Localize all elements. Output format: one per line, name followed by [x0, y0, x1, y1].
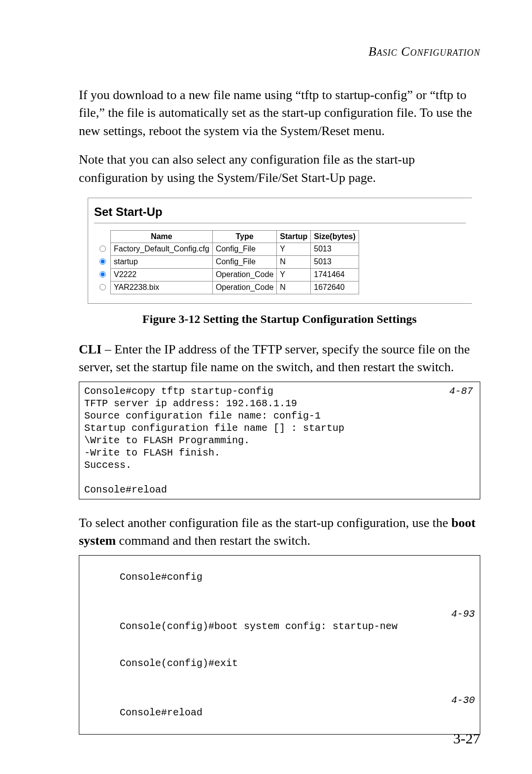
cell-name: V2222: [111, 268, 213, 281]
cell-startup: N: [277, 281, 311, 294]
row-radio[interactable]: [100, 284, 106, 290]
file-table: Name Type Startup Size(bytes) Factory_De…: [94, 230, 359, 294]
console-line: Console#config: [84, 559, 475, 596]
cell-size: 1672640: [311, 281, 359, 294]
cell-type: Config_File: [212, 243, 276, 255]
console-listing-2: Console#config 4-93 Console(config)#boot…: [79, 555, 480, 735]
console-line: 4-93 Console(config)#boot system config:…: [84, 596, 475, 645]
console-line: TFTP server ip address: 192.168.1.19: [84, 397, 475, 410]
row-radio[interactable]: [100, 271, 106, 278]
cell-name: YAR2238.bix: [111, 281, 213, 294]
divider: [94, 223, 466, 223]
col-type: Type: [212, 230, 276, 243]
section-heading: Basic Configuration: [79, 44, 480, 59]
figure-caption: Figure 3-12 Setting the Startup Configur…: [79, 313, 480, 326]
cell-startup: Y: [277, 243, 311, 255]
console-line: Success.: [84, 459, 475, 471]
cell-name: Factory_Default_Config.cfg: [111, 243, 213, 255]
cell-type: Operation_Code: [212, 281, 276, 294]
cell-startup: Y: [277, 268, 311, 281]
console-line: Console#reload: [84, 484, 475, 496]
cli-text: – Enter the IP address of the TFTP serve…: [79, 342, 470, 374]
text: To select another configuration file as …: [79, 516, 451, 530]
col-select: [94, 230, 111, 243]
page-ref: 4-93: [451, 608, 475, 620]
cell-size: 1741464: [311, 268, 359, 281]
col-name: Name: [111, 230, 213, 243]
console-line: Startup configuration file name [] : sta…: [84, 422, 475, 434]
table-row: YAR2238.bix Operation_Code N 1672640: [94, 281, 359, 294]
cell-type: Config_File: [212, 255, 276, 268]
console-line: -Write to FLASH finish.: [84, 447, 475, 459]
set-start-up-panel: Set Start-Up Name Type Startup Size(byte…: [88, 198, 472, 304]
paragraph: If you download to a new file name using…: [79, 86, 480, 140]
table-row: startup Config_File N 5013: [94, 255, 359, 268]
cell-size: 5013: [311, 243, 359, 255]
cli-label: CLI: [79, 342, 101, 356]
cell-name: startup: [111, 255, 213, 268]
console-line: 4-30 Console#reload: [84, 682, 475, 731]
row-radio[interactable]: [100, 246, 106, 252]
page: Basic Configuration If you download to a…: [0, 0, 532, 774]
cell-type: Operation_Code: [212, 268, 276, 281]
table-row: Factory_Default_Config.cfg Config_File Y…: [94, 243, 359, 255]
cli-paragraph: CLI – Enter the IP address of the TFTP s…: [79, 341, 480, 377]
console-line: \Write to FLASH Programming.: [84, 434, 475, 447]
console-line: Console(config)#exit: [84, 645, 475, 682]
col-startup: Startup: [277, 230, 311, 243]
console-line: Console#copy tftp startup-config: [84, 385, 475, 397]
console-listing-1: 4-87 Console#copy tftp startup-config TF…: [79, 382, 480, 499]
row-radio[interactable]: [100, 258, 106, 265]
page-ref: 4-87: [449, 385, 473, 397]
page-number: 3-27: [453, 730, 480, 747]
paragraph: To select another configuration file as …: [79, 514, 480, 550]
table-row: V2222 Operation_Code Y 1741464: [94, 268, 359, 281]
console-line: Source configuration file name: config-1: [84, 410, 475, 422]
cell-size: 5013: [311, 255, 359, 268]
page-ref: 4-30: [451, 694, 475, 706]
panel-title: Set Start-Up: [94, 205, 466, 219]
cell-startup: N: [277, 255, 311, 268]
console-line: [84, 471, 475, 484]
col-size: Size(bytes): [311, 230, 359, 243]
text: command and then restart the switch.: [116, 533, 310, 548]
paragraph: Note that you can also select any config…: [79, 151, 480, 187]
